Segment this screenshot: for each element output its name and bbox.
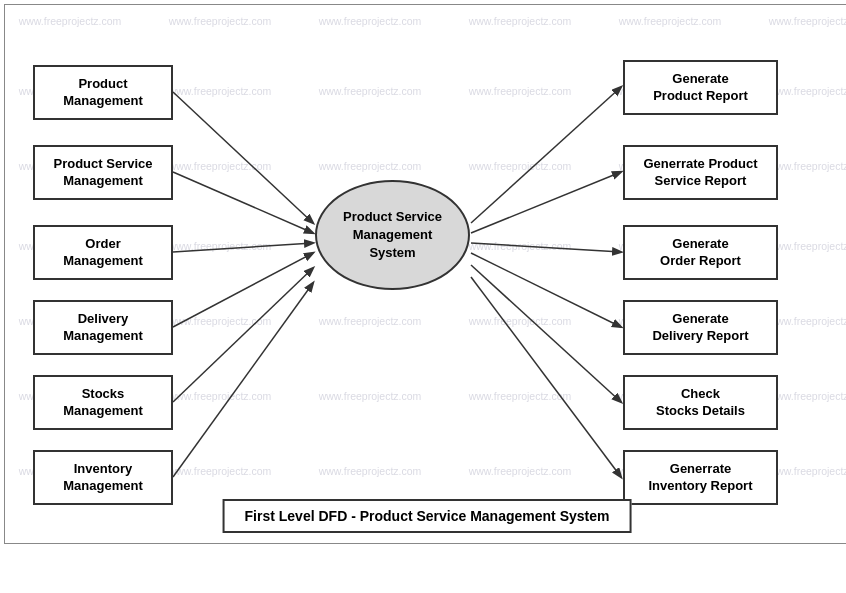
box-generate-inventory-report: GenerrateInventory Report: [623, 450, 778, 505]
box-stocks-management: StocksManagement: [33, 375, 173, 430]
svg-line-1: [173, 172, 313, 233]
box-sm-label: StocksManagement: [63, 386, 142, 420]
box-generate-order-report: GenerateOrder Report: [623, 225, 778, 280]
box-product-service-management: Product ServiceManagement: [33, 145, 173, 200]
diagram-caption: First Level DFD - Product Service Manage…: [223, 499, 632, 533]
svg-line-10: [471, 265, 621, 402]
box-check-stocks-details: CheckStocks Details: [623, 375, 778, 430]
box-gdr-label: GenerateDelivery Report: [652, 311, 748, 345]
svg-line-7: [471, 172, 621, 233]
box-om-label: OrderManagement: [63, 236, 142, 270]
box-inventory-management: InventoryManagement: [33, 450, 173, 505]
caption-text: First Level DFD - Product Service Manage…: [245, 508, 610, 524]
box-gor-label: GenerateOrder Report: [660, 236, 741, 270]
box-generate-product-report: GenerateProduct Report: [623, 60, 778, 115]
box-generate-delivery-report: GenerateDelivery Report: [623, 300, 778, 355]
svg-line-0: [173, 92, 313, 223]
svg-line-5: [173, 283, 313, 477]
box-dm-label: DeliveryManagement: [63, 311, 142, 345]
box-pm-label: ProductManagement: [63, 76, 142, 110]
center-label: Product Service Management System: [343, 208, 442, 263]
svg-line-3: [173, 253, 313, 327]
svg-line-2: [173, 243, 313, 252]
box-psm-label: Product ServiceManagement: [54, 156, 153, 190]
svg-line-6: [471, 87, 621, 223]
box-gir-label: GenerrateInventory Report: [648, 461, 752, 495]
diagram-container: www.freeprojectz.com www.freeprojectz.co…: [4, 4, 846, 544]
box-generate-product-service-report: Generrate ProductService Report: [623, 145, 778, 200]
center-ellipse: Product Service Management System: [315, 180, 470, 290]
box-order-management: OrderManagement: [33, 225, 173, 280]
box-gpr-label: GenerateProduct Report: [653, 71, 748, 105]
svg-line-8: [471, 243, 621, 252]
box-im-label: InventoryManagement: [63, 461, 142, 495]
box-product-management: ProductManagement: [33, 65, 173, 120]
svg-line-11: [471, 277, 621, 477]
box-delivery-management: DeliveryManagement: [33, 300, 173, 355]
box-csd-label: CheckStocks Details: [656, 386, 745, 420]
box-gpsr-label: Generrate ProductService Report: [643, 156, 757, 190]
svg-line-9: [471, 253, 621, 327]
svg-line-4: [173, 268, 313, 402]
